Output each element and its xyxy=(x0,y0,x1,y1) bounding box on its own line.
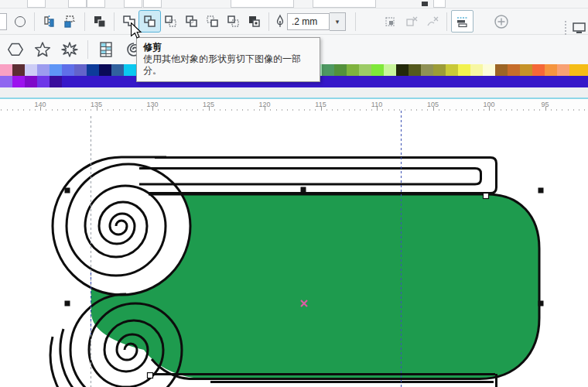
standard-toolbar-remnant xyxy=(0,0,588,9)
simplify-button[interactable] xyxy=(181,11,202,32)
disabled-tool-button[interactable] xyxy=(401,11,422,32)
palette-swatch[interactable] xyxy=(334,64,347,76)
palette-swatch[interactable] xyxy=(37,76,50,87)
palette-swatch[interactable] xyxy=(384,64,396,76)
remove-front-icon xyxy=(225,13,242,30)
palette-swatch[interactable] xyxy=(74,64,87,76)
complex-star-tool-button[interactable] xyxy=(59,39,80,60)
palette-swatch[interactable] xyxy=(0,64,12,76)
palette-swatch[interactable] xyxy=(0,76,12,87)
create-boundary-icon xyxy=(246,13,263,30)
selection-handle[interactable] xyxy=(301,187,306,193)
palette-swatch[interactable] xyxy=(421,64,433,76)
intersect-button[interactable] xyxy=(160,11,181,32)
palette-swatch[interactable] xyxy=(359,64,371,76)
polygon-icon xyxy=(6,40,25,59)
ruler-label: 105 xyxy=(427,101,439,108)
palette-swatch[interactable] xyxy=(409,64,421,76)
selection-handle[interactable] xyxy=(538,188,544,194)
wrap-text-button[interactable] xyxy=(451,10,473,33)
palette-swatch[interactable] xyxy=(50,64,62,76)
scroll-object[interactable] xyxy=(50,157,539,387)
align-distribute-button[interactable] xyxy=(60,11,80,32)
top-roll-stripe xyxy=(139,169,481,185)
disabled-tool-button[interactable] xyxy=(422,11,443,32)
ruler-label: 140 xyxy=(34,101,46,108)
palette-swatch[interactable] xyxy=(458,64,470,76)
palette-swatch[interactable] xyxy=(12,76,25,87)
palette-swatch[interactable] xyxy=(12,64,25,76)
separator xyxy=(268,12,269,31)
palette-swatch[interactable] xyxy=(50,76,62,87)
palette-swatch[interactable] xyxy=(111,64,124,76)
palette-swatch[interactable] xyxy=(371,64,384,76)
selection-handle[interactable] xyxy=(538,301,544,307)
chevron-down-icon: ▾ xyxy=(336,18,340,26)
combine-button[interactable] xyxy=(39,11,60,32)
separator xyxy=(87,40,88,59)
toolbar-remnant-box xyxy=(124,0,142,8)
selection-handle[interactable] xyxy=(65,188,70,194)
separator xyxy=(114,12,115,31)
ellipse-button[interactable] xyxy=(9,11,30,32)
star-icon xyxy=(33,40,52,59)
graph-paper-tool-button[interactable] xyxy=(96,39,117,60)
palette-swatch[interactable] xyxy=(396,64,409,76)
palette-swatch[interactable] xyxy=(322,64,334,76)
outline-width-input[interactable]: .2 mm xyxy=(287,13,330,30)
ruler-label: 135 xyxy=(91,101,102,108)
remove-front-button[interactable] xyxy=(223,11,244,32)
outline-pen-button[interactable] xyxy=(273,11,287,32)
palette-swatch[interactable] xyxy=(569,64,588,76)
group-objects-button[interactable] xyxy=(89,11,110,32)
drawing-canvas[interactable] xyxy=(0,111,588,387)
plus-circle-icon xyxy=(493,13,510,30)
outline-width-dropdown[interactable]: ▾ xyxy=(330,12,346,31)
palette-swatch[interactable] xyxy=(25,64,37,76)
palette-swatch[interactable] xyxy=(99,64,111,76)
palette-swatch[interactable] xyxy=(520,64,532,76)
palette-swatch[interactable] xyxy=(545,64,557,76)
separator xyxy=(355,12,356,31)
palette-swatch[interactable] xyxy=(495,64,508,76)
palette-swatch[interactable] xyxy=(532,64,545,76)
palette-swatch[interactable] xyxy=(557,64,569,76)
wrap-text-icon xyxy=(455,14,470,29)
selection-handle[interactable] xyxy=(65,301,70,307)
add-button[interactable] xyxy=(491,11,511,32)
disabled-tool-button[interactable] xyxy=(380,11,401,32)
star-tool-button[interactable] xyxy=(32,39,53,60)
palette-swatch[interactable] xyxy=(433,64,446,76)
remove-back-button[interactable] xyxy=(202,11,223,32)
palette-swatch[interactable] xyxy=(446,64,458,76)
palette-swatch[interactable] xyxy=(124,64,136,76)
palette-gap xyxy=(0,87,588,98)
horizontal-ruler[interactable]: 14013513012512011511010510095 xyxy=(0,98,588,111)
curve-node[interactable] xyxy=(148,373,153,378)
palette-swatch[interactable] xyxy=(87,64,99,76)
ruler-label: 115 xyxy=(315,101,326,108)
trim-button[interactable] xyxy=(139,11,160,32)
weld-button[interactable] xyxy=(118,11,139,32)
toolbar-remnant-field xyxy=(231,0,294,8)
complex-star-icon xyxy=(61,41,78,58)
outline-pen-icon xyxy=(275,14,285,29)
curve-node[interactable] xyxy=(484,194,489,199)
toolbar-remnant-box xyxy=(87,0,105,8)
tooltip-title: 修剪 xyxy=(143,41,313,53)
palette-swatch[interactable] xyxy=(483,64,495,76)
combine-icon xyxy=(42,14,57,29)
palette-swatch[interactable] xyxy=(508,64,520,76)
palette-swatch[interactable] xyxy=(37,64,50,76)
dotted-square-icon xyxy=(383,14,398,29)
palette-swatch[interactable] xyxy=(347,64,359,76)
remove-back-icon xyxy=(204,13,221,30)
palette-swatch[interactable] xyxy=(62,64,74,76)
toolbar-remnant-mark xyxy=(422,2,428,6)
property-bar: .2 mm ▾ xyxy=(0,9,588,35)
palette-swatch[interactable] xyxy=(25,76,37,87)
palette-swatch[interactable] xyxy=(470,64,483,76)
separator xyxy=(34,12,35,31)
create-boundary-button[interactable] xyxy=(244,11,265,32)
polygon-tool-button[interactable] xyxy=(5,39,26,60)
